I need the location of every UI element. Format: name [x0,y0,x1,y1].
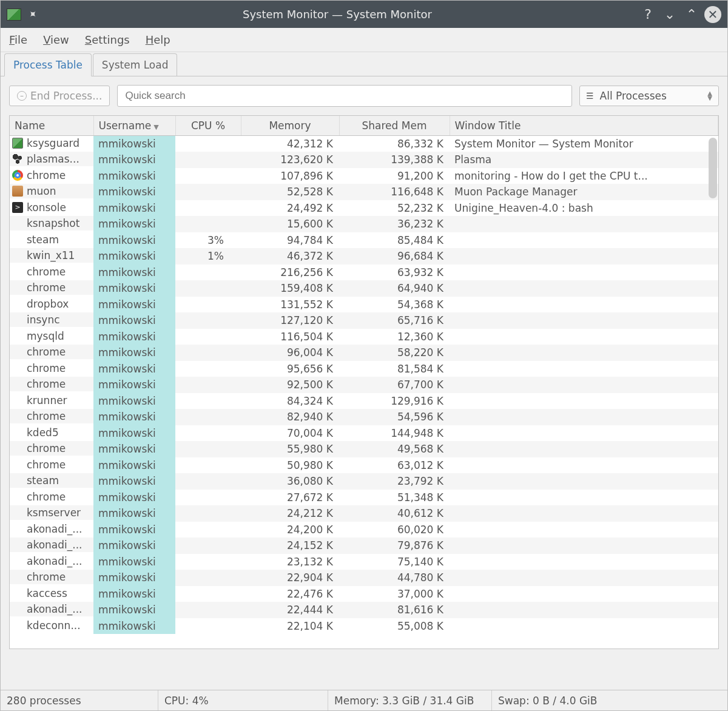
cell-window-title [450,248,718,265]
col-username[interactable]: Username▼ [93,116,175,136]
cell-shared: 65,716 K [339,312,450,329]
process-name: chrome [27,346,66,358]
table-row[interactable]: chromemmikowski216,256 K63,932 K [10,265,718,281]
cell-window-title [450,457,718,474]
cell-username: mmikowski [93,216,175,232]
table-row[interactable]: chromemmikowski82,940 K54,596 K [10,409,718,425]
cell-username: mmikowski [93,329,175,345]
table-row[interactable]: chromemmikowski55,980 K49,568 K [10,441,718,457]
table-row[interactable]: plasmas...mmikowski123,620 K139,388 KPla… [10,152,718,168]
table-row[interactable]: steammmikowski36,080 K23,792 K [10,473,718,490]
col-window-title[interactable]: Window Title [450,116,718,136]
cell-memory: 46,372 K [241,248,339,265]
vertical-scrollbar[interactable] [709,138,717,198]
table-row[interactable]: akonadi_...mmikowski24,152 K79,876 K [10,537,718,554]
table-row[interactable]: muonmmikowski52,528 K116,648 KMuon Packa… [10,184,718,200]
table-row[interactable]: chromemmikowski50,980 K63,012 K [10,457,718,474]
menu-settings[interactable]: Settings [85,33,130,46]
cell-name: akonadi_... [10,537,93,552]
sort-descending-icon: ▼ [153,123,158,131]
table-row[interactable]: konsolemmikowski24,492 K52,232 KUnigine_… [10,200,718,217]
cell-shared: 55,008 K [339,618,450,635]
statusbar: 280 processes CPU: 4% Memory: 3.3 GiB / … [1,690,727,710]
process-icon [12,556,23,567]
table-row[interactable]: insyncmmikowski127,120 K65,716 K [10,312,718,329]
tabbar: Process Table System Load [1,52,727,76]
process-table[interactable]: Name Username▼ CPU % Memory Shared Mem W… [10,116,718,634]
table-row[interactable]: kwin_x11mmikowski1%46,372 K96,684 K [10,248,718,265]
table-row[interactable]: steammmikowski3%94,784 K85,484 K [10,232,718,249]
menu-help[interactable]: Help [146,33,170,46]
cell-shared: 81,616 K [339,602,450,618]
table-row[interactable]: mysqldmmikowski116,504 K12,360 K [10,329,718,345]
tab-system-load[interactable]: System Load [93,53,178,76]
table-row[interactable]: krunnermmikowski84,324 K129,916 K [10,393,718,409]
table-row[interactable]: kdeconn...mmikowski22,104 K55,008 K [10,618,718,635]
end-process-button[interactable]: – End Process... [9,86,110,106]
status-swap: Swap: 0 B / 4.0 GiB [492,690,727,710]
cell-cpu [175,473,241,490]
cell-name: ksmserver [10,505,93,520]
process-name: chrome [27,378,66,390]
cell-username: mmikowski [93,602,175,618]
process-icon [12,331,23,342]
table-row[interactable]: chromemmikowski107,896 K91,200 Kmonitori… [10,168,718,184]
close-icon[interactable]: ✕ [704,6,721,23]
cell-shared: 139,388 K [339,152,450,168]
cell-name: ksnapshot [10,216,93,231]
process-name: chrome [27,266,66,278]
table-row[interactable]: akonadi_...mmikowski24,200 K60,020 K [10,522,718,538]
toolbar: – End Process... ☰ All Processes ▲▼ [1,76,727,115]
table-row[interactable]: ksmservermmikowski24,212 K40,612 K [10,505,718,522]
process-name: chrome [27,571,66,583]
table-row[interactable]: akonadi_...mmikowski23,132 K75,140 K [10,554,718,570]
table-row[interactable]: chromemmikowski95,656 K81,584 K [10,361,718,377]
process-filter-dropdown[interactable]: ☰ All Processes ▲▼ [579,86,719,106]
cell-cpu [175,168,241,184]
menubar: File View Settings Help [1,28,727,52]
col-name[interactable]: Name [10,116,93,136]
process-name: kwin_x11 [27,249,75,261]
cell-shared: 81,584 K [339,361,450,377]
cell-shared: 58,220 K [339,345,450,361]
table-row[interactable]: chromemmikowski92,500 K67,700 K [10,377,718,393]
minimize-icon[interactable]: ⌄ [661,5,679,24]
cell-name: steam [10,232,93,247]
search-input[interactable] [117,85,572,107]
maximize-icon[interactable]: ⌃ [682,5,701,24]
process-name: akonadi_... [27,603,82,615]
cell-cpu [175,329,241,345]
table-row[interactable]: chromemmikowski96,004 K58,220 K [10,345,718,361]
cell-memory: 159,408 K [241,280,339,297]
cell-window-title: Plasma [450,152,718,168]
cell-cpu [175,200,241,217]
tab-process-table[interactable]: Process Table [4,53,92,76]
table-row[interactable]: ksysguardmmikowski42,312 K86,332 KSystem… [10,136,718,152]
table-row[interactable]: ksnapshotmmikowski15,600 K36,232 K [10,216,718,232]
cell-username: mmikowski [93,232,175,249]
cell-memory: 24,200 K [241,522,339,538]
process-name: mysqld [27,330,64,342]
filter-label: All Processes [600,90,667,102]
cell-cpu: 3% [175,232,241,249]
col-shared-mem[interactable]: Shared Mem [339,116,450,136]
table-row[interactable]: chromemmikowski27,672 K51,348 K [10,490,718,506]
cell-shared: 116,648 K [339,184,450,200]
cell-name: kaccess [10,586,93,601]
col-memory[interactable]: Memory [241,116,339,136]
table-row[interactable]: dropboxmmikowski131,552 K54,368 K [10,297,718,313]
menu-file[interactable]: File [9,33,27,46]
cell-window-title [450,377,718,393]
help-button-icon[interactable]: ? [639,5,657,24]
table-row[interactable]: chromemmikowski22,904 K44,780 K [10,570,718,586]
table-row[interactable]: akonadi_...mmikowski22,444 K81,616 K [10,602,718,618]
process-name: ksysguard [27,137,79,149]
table-row[interactable]: kaccessmmikowski22,476 K37,000 K [10,586,718,602]
cell-cpu [175,152,241,168]
col-cpu[interactable]: CPU % [175,116,241,136]
process-icon [12,588,23,599]
cell-window-title [450,265,718,281]
menu-view[interactable]: View [43,33,69,46]
table-row[interactable]: chromemmikowski159,408 K64,940 K [10,280,718,297]
table-row[interactable]: kded5mmikowski70,004 K144,948 K [10,425,718,442]
